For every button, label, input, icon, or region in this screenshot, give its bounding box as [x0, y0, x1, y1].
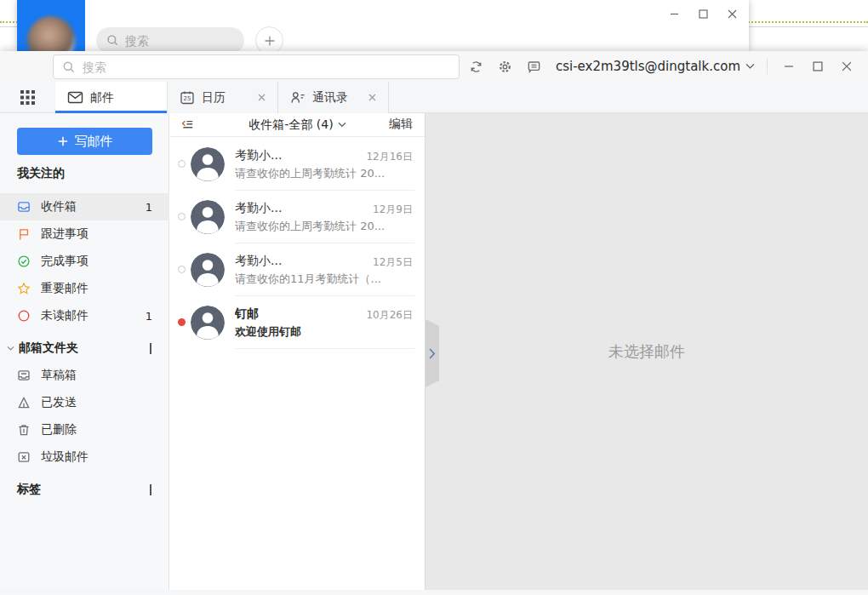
- sidebar-item-completed[interactable]: 完成事项: [0, 248, 169, 275]
- mail-row[interactable]: 考勤小... 12月16日 请查收你的上周考勤统计 20...: [170, 138, 425, 191]
- compose-label: 写邮件: [75, 134, 113, 150]
- account-switcher[interactable]: csi-ex2m39tls@dingtalk.com: [556, 59, 755, 74]
- plus-icon: [57, 135, 69, 147]
- contacts-icon: [290, 90, 306, 105]
- mailbox-filter-dropdown[interactable]: 收件箱-全部 (4): [170, 117, 425, 133]
- sidebar-item-label: 未读邮件: [41, 308, 89, 323]
- window-bottom-edge: [0, 590, 868, 595]
- sidebar-item-label: 重要邮件: [41, 281, 89, 296]
- dingtalk-search-input[interactable]: [125, 34, 219, 48]
- mail-date: 10月26日: [366, 308, 413, 323]
- edit-button[interactable]: 编辑: [389, 117, 413, 132]
- dingtalk-main-window: [17, 0, 749, 51]
- reading-pane: 未选择邮件: [425, 113, 868, 590]
- sender-avatar: [191, 253, 225, 287]
- maximize-icon[interactable]: [694, 5, 711, 22]
- no-mail-selected-text: 未选择邮件: [608, 341, 685, 362]
- mail-sender: 钉邮: [235, 306, 363, 322]
- calendar-icon: 25: [180, 90, 195, 106]
- mail-search-box[interactable]: [53, 54, 460, 79]
- section-tags-label: 标签: [17, 482, 41, 497]
- mail-row[interactable]: 考勤小... 12月5日 请查收你的11月考勤统计（...: [170, 243, 425, 296]
- compose-button[interactable]: 写邮件: [17, 128, 152, 155]
- desktop: csi-ex2m39tls@dingtalk.com: [0, 0, 868, 595]
- maximize-icon[interactable]: [807, 55, 829, 77]
- sidebar-item-label: 已删除: [41, 422, 77, 438]
- expand-list-handle[interactable]: [425, 319, 439, 387]
- dingtalk-window-controls: [665, 5, 740, 22]
- tab-mail[interactable]: 邮件: [55, 82, 168, 113]
- tags-scroll-indicator: [150, 484, 151, 495]
- sidebar-item-sent[interactable]: 已发送: [0, 389, 169, 416]
- read-state-circle[interactable]: [178, 266, 186, 273]
- waffle-grid-icon: [20, 89, 36, 106]
- sidebar-item-unread[interactable]: 未读邮件 1: [0, 302, 169, 329]
- sidebar-item-deleted[interactable]: 已删除: [0, 416, 169, 443]
- dingtalk-blue-sidebar: [17, 0, 85, 51]
- sidebar-item-followups[interactable]: 跟进事项: [0, 220, 169, 248]
- app-grid-button[interactable]: [0, 82, 55, 112]
- refresh-icon[interactable]: [465, 55, 488, 77]
- check-circle-icon: [17, 255, 31, 268]
- sidebar-item-spam[interactable]: 垃圾邮件: [0, 443, 169, 471]
- dingtalk-add-button[interactable]: [255, 26, 283, 51]
- tab-close-icon[interactable]: [367, 92, 378, 103]
- flag-icon: [17, 227, 31, 241]
- sender-avatar: [191, 147, 225, 181]
- mail-date: 12月16日: [366, 150, 413, 164]
- chevron-down-icon: [338, 122, 346, 128]
- read-state-circle[interactable]: [178, 160, 186, 168]
- unread-dot[interactable]: [178, 318, 186, 326]
- sidebar-item-label: 垃圾邮件: [41, 449, 89, 465]
- minimize-icon[interactable]: [665, 5, 682, 22]
- settings-gear-icon[interactable]: [494, 55, 517, 77]
- sidebar-item-important[interactable]: 重要邮件: [0, 275, 169, 302]
- tab-contacts[interactable]: 通讯录: [278, 82, 389, 113]
- drafts-icon: [17, 369, 31, 382]
- mail-date: 12月9日: [373, 203, 413, 217]
- sidebar-item-label: 草稿箱: [41, 368, 77, 383]
- search-icon: [62, 60, 76, 74]
- section-folders[interactable]: 邮箱文件夹: [7, 340, 78, 356]
- section-following-label: 我关注的: [17, 166, 65, 181]
- close-icon[interactable]: [836, 55, 858, 77]
- svg-text:25: 25: [184, 95, 191, 102]
- folder-scroll-indicator: [150, 343, 151, 354]
- read-state-circle[interactable]: [178, 213, 186, 220]
- mail-window: csi-ex2m39tls@dingtalk.com: [0, 51, 868, 595]
- sidebar-item-inbox[interactable]: 收件箱 1: [0, 193, 169, 220]
- unread-count-badge: 1: [146, 310, 152, 323]
- sidebar-item-label: 已发送: [41, 395, 77, 410]
- chevron-down-icon: [7, 346, 14, 352]
- tab-calendar-label: 日历: [202, 90, 226, 106]
- tab-close-icon[interactable]: [256, 92, 267, 103]
- mail-row[interactable]: 钉邮 10月26日 欢迎使用钉邮: [170, 296, 425, 349]
- sidebar-item-label: 跟进事项: [41, 226, 89, 242]
- section-folders-label: 邮箱文件夹: [19, 340, 78, 356]
- mail-icon: [67, 90, 83, 105]
- mail-row[interactable]: 考勤小... 12月9日 请查收你的上周考勤统计 20...: [170, 191, 425, 243]
- tab-bar: 邮件 25 日历: [0, 82, 868, 113]
- minimize-icon[interactable]: [778, 55, 800, 77]
- mail-search-input[interactable]: [83, 60, 440, 74]
- mail-sidebar: 写邮件 我关注的 收件箱 1: [0, 113, 169, 590]
- sender-avatar: [191, 306, 225, 340]
- sidebar-item-drafts[interactable]: 草稿箱: [0, 362, 169, 389]
- mail-sender: 考勤小...: [235, 148, 363, 163]
- mail-preview: 请查收你的上周考勤统计 20...: [235, 219, 415, 234]
- section-tags[interactable]: 标签: [17, 482, 41, 497]
- tab-contacts-label: 通讯录: [312, 90, 348, 106]
- mail-preview: 欢迎使用钉邮: [235, 324, 415, 340]
- section-following: 我关注的: [17, 166, 65, 181]
- chevron-down-icon: [745, 63, 755, 70]
- dingtalk-search-box[interactable]: [96, 27, 244, 51]
- star-icon: [17, 282, 31, 295]
- mail-preview: 请查收你的上周考勤统计 20...: [235, 166, 415, 181]
- feedback-icon[interactable]: [523, 55, 545, 77]
- close-icon[interactable]: [723, 5, 740, 22]
- mail-list-panel: 收件箱-全部 (4) 编辑 考勤小... 12月16日 请查收你的上周考勤统计 …: [170, 113, 425, 590]
- user-avatar[interactable]: [27, 16, 75, 51]
- circle-icon: [17, 309, 31, 323]
- tab-calendar[interactable]: 25 日历: [168, 82, 278, 113]
- mailbox-filter-label: 收件箱-全部 (4): [248, 117, 333, 133]
